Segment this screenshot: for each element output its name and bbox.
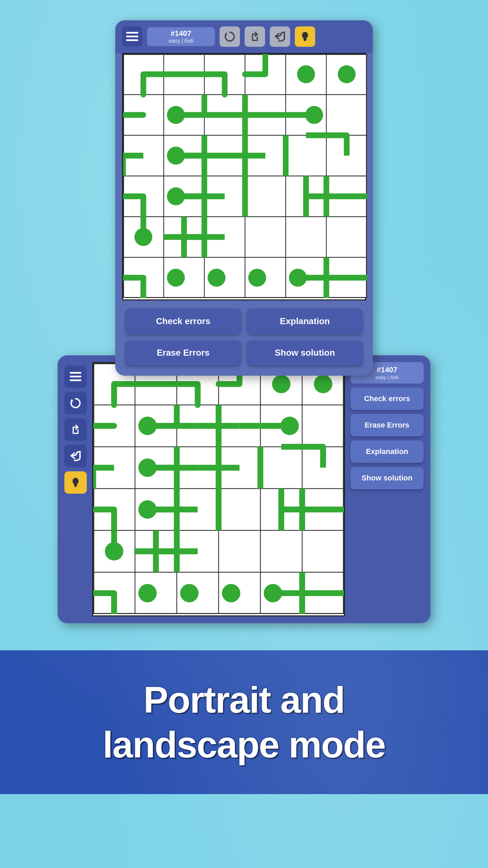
landscape-share-button[interactable] xyxy=(64,418,87,441)
portrait-buttons: Check errors Explanation Erase Errors Sh… xyxy=(115,300,373,366)
svg-point-29 xyxy=(248,269,266,287)
landscape-hint-button[interactable] xyxy=(64,471,87,494)
svg-point-60 xyxy=(222,584,240,602)
svg-rect-36 xyxy=(74,484,77,485)
svg-point-27 xyxy=(167,269,185,287)
landscape-undo-icon xyxy=(70,451,81,461)
refresh-icon xyxy=(224,31,236,42)
landscape-undo-button[interactable] xyxy=(64,445,87,467)
bulb-icon xyxy=(300,31,310,42)
share-button[interactable] xyxy=(245,26,265,47)
landscape-refresh-button[interactable] xyxy=(64,392,87,414)
explanation-button[interactable]: Explanation xyxy=(247,309,363,334)
undo-icon xyxy=(274,32,286,42)
show-solution-button[interactable]: Show solution xyxy=(247,340,363,366)
check-errors-button[interactable]: Check errors xyxy=(125,309,241,334)
banner-line1: Portrait and xyxy=(14,677,474,722)
svg-rect-7 xyxy=(304,40,306,41)
landscape-erase-errors-button[interactable]: Erase Errors xyxy=(350,414,424,436)
svg-rect-37 xyxy=(74,485,77,486)
svg-rect-31 xyxy=(70,372,81,374)
svg-point-28 xyxy=(208,269,226,287)
landscape-menu-icon xyxy=(70,372,81,381)
svg-rect-2 xyxy=(126,39,138,41)
undo-button[interactable] xyxy=(270,26,290,47)
svg-point-58 xyxy=(138,584,157,602)
svg-point-21 xyxy=(338,65,356,83)
landscape-share-icon xyxy=(70,424,81,435)
svg-rect-1 xyxy=(126,36,138,37)
svg-marker-34 xyxy=(70,399,73,401)
landscape-refresh-icon xyxy=(70,397,81,409)
refresh-button[interactable] xyxy=(220,26,240,47)
landscape-show-solution-button[interactable]: Show solution xyxy=(350,467,424,489)
svg-point-51 xyxy=(272,375,290,393)
menu-button[interactable] xyxy=(122,26,142,47)
svg-point-30 xyxy=(289,269,307,287)
svg-point-20 xyxy=(297,65,315,83)
portrait-card: #1407 easy | 6x6 xyxy=(115,20,373,376)
svg-point-52 xyxy=(314,375,332,393)
menu-icon xyxy=(126,32,138,41)
svg-rect-32 xyxy=(70,376,81,377)
puzzle-subtitle: easy | 6x6 xyxy=(155,38,207,44)
puzzle-grid-portrait xyxy=(123,54,367,298)
landscape-explanation-button[interactable]: Explanation xyxy=(350,440,424,463)
landscape-check-errors-button[interactable]: Check errors xyxy=(350,388,424,410)
landscape-right-panel: #1407 easy | 6x6 Check errors Erase Erro… xyxy=(350,362,424,616)
erase-errors-button[interactable]: Erase Errors xyxy=(125,340,241,366)
svg-point-35 xyxy=(73,478,79,485)
puzzle-number: #1407 xyxy=(155,29,207,38)
svg-rect-33 xyxy=(70,379,81,381)
bottom-banner: Portrait and landscape mode xyxy=(0,650,488,794)
landscape-menu-button[interactable] xyxy=(64,366,87,388)
svg-rect-38 xyxy=(75,486,77,487)
svg-point-4 xyxy=(302,32,308,39)
puzzle-title-box: #1407 easy | 6x6 xyxy=(147,27,215,46)
portrait-header: #1407 easy | 6x6 xyxy=(115,20,373,53)
share-icon xyxy=(250,31,260,42)
landscape-grid xyxy=(92,362,345,616)
banner-line2: landscape mode xyxy=(14,722,474,767)
landscape-card: #1407 easy | 6x6 Check errors Erase Erro… xyxy=(58,355,430,623)
landscape-bulb-icon xyxy=(70,477,81,488)
portrait-grid xyxy=(122,53,366,300)
svg-rect-6 xyxy=(304,39,306,40)
puzzle-grid-landscape xyxy=(93,363,344,614)
hint-button[interactable] xyxy=(295,26,315,47)
main-container: #1407 easy | 6x6 xyxy=(0,0,488,794)
svg-rect-0 xyxy=(126,32,138,34)
svg-rect-5 xyxy=(303,38,307,39)
svg-point-59 xyxy=(180,584,199,602)
svg-marker-3 xyxy=(225,32,227,35)
svg-point-61 xyxy=(264,584,282,602)
landscape-sidebar xyxy=(64,362,87,616)
